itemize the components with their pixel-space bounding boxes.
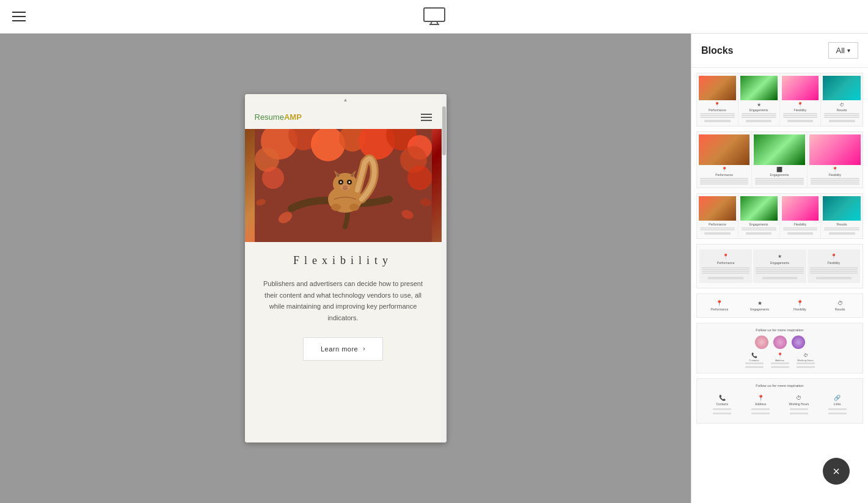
icon-label: Working Hours bbox=[789, 402, 809, 406]
contact-label: Working Hours bbox=[797, 359, 813, 362]
learn-more-label: Learn more bbox=[321, 345, 358, 353]
mobile-nav: ResumeAMP bbox=[245, 105, 442, 129]
scroll-top-indicator: ▲ bbox=[245, 94, 447, 105]
mobile-content: ResumeAMP bbox=[245, 105, 442, 442]
social-item bbox=[792, 336, 805, 349]
svg-point-15 bbox=[407, 166, 432, 190]
mobile-hamburger-menu[interactable] bbox=[421, 114, 432, 121]
location-icon: 📍 bbox=[757, 395, 764, 401]
social-circle-2 bbox=[773, 336, 787, 349]
thumb-cell: ⬛ Engagements bbox=[752, 132, 807, 188]
thumb-label: Performance bbox=[715, 173, 733, 177]
contact-label: Address bbox=[775, 359, 784, 362]
block-item[interactable]: 📍 Performance ★ Engagements 📍 Flexibilit… bbox=[696, 293, 863, 318]
thumb-label: Engagements bbox=[749, 222, 768, 226]
hamburger-menu[interactable] bbox=[12, 12, 26, 21]
icon-label: Address bbox=[755, 402, 766, 406]
block-item[interactable]: 📍 Performance ★ Engagements 📍 Flexibilit… bbox=[696, 244, 863, 288]
icon-label: Engagements bbox=[750, 307, 769, 311]
panel-title: Blocks bbox=[701, 45, 733, 56]
thumb-cell: Engagements bbox=[739, 194, 780, 238]
scroll-arrow-up-icon: ▲ bbox=[343, 97, 348, 103]
svg-point-24 bbox=[331, 204, 341, 211]
svg-point-21 bbox=[348, 182, 350, 183]
clock-icon: ⏱ bbox=[837, 300, 843, 306]
preview-area: ▲ ResumeAMP bbox=[0, 34, 691, 503]
svg-rect-0 bbox=[424, 8, 445, 21]
block-item[interactable]: Follow us for more inspiration 📞 Contact… bbox=[696, 378, 863, 424]
thumb-cell: 📍 Performance bbox=[697, 73, 739, 126]
icon-label: Results bbox=[835, 307, 845, 311]
svg-point-25 bbox=[349, 204, 359, 211]
social-circle-1 bbox=[755, 336, 768, 349]
social-item bbox=[773, 336, 787, 349]
thumb-label: Engagements bbox=[749, 108, 768, 112]
icon-only-cell: 📍 Address bbox=[742, 394, 780, 416]
mobile-heading: Flexibility bbox=[262, 254, 425, 267]
thumb-label: Flexibility bbox=[794, 108, 807, 112]
learn-more-button[interactable]: Learn more › bbox=[303, 337, 383, 361]
thumb-image bbox=[823, 196, 861, 221]
icon-only-cell: ⏱ Results bbox=[820, 299, 860, 312]
thumb-image bbox=[699, 134, 749, 165]
chevron-down-icon: ▾ bbox=[847, 47, 850, 54]
icon-only-cell: 📞 Contacts bbox=[703, 394, 742, 416]
location-icon: 📍 bbox=[721, 167, 728, 172]
block-item[interactable]: 📍 Performance ★ Engagements � bbox=[696, 73, 863, 127]
square-icon: ⬛ bbox=[776, 167, 782, 172]
icon-label: Contacts bbox=[717, 402, 729, 406]
location-icon: 📍 bbox=[723, 254, 729, 259]
icon-only-cell: ★ Engagements bbox=[740, 299, 780, 312]
thumb-image bbox=[754, 134, 804, 165]
clock-icon: ⏱ bbox=[796, 395, 801, 401]
icon-cell: ★ Engagements bbox=[753, 249, 806, 283]
block-item[interactable]: Follow us for more inspiration bbox=[696, 323, 863, 373]
contact-label: Contacts bbox=[749, 359, 759, 362]
filter-label: All bbox=[836, 46, 845, 55]
location-icon: 📍 bbox=[831, 254, 837, 259]
panel-header: Blocks All ▾ bbox=[691, 34, 868, 68]
thumb-cell: ★ Engagements bbox=[739, 73, 780, 126]
thumb-label: Flexibility bbox=[829, 173, 842, 177]
clock-icon: ⏱ bbox=[839, 102, 844, 108]
svg-point-23 bbox=[340, 183, 350, 191]
mobile-scrollbar[interactable] bbox=[442, 94, 447, 442]
location-icon: 📍 bbox=[777, 353, 783, 358]
thumb-image bbox=[699, 196, 736, 221]
thumb-label: Performance bbox=[709, 108, 726, 112]
location-icon: 📍 bbox=[797, 300, 803, 306]
contact-item: 📞 Contacts bbox=[745, 353, 764, 368]
icon-label: Flexibility bbox=[793, 307, 806, 311]
icon-only-cell: ⏱ Working Hours bbox=[780, 394, 819, 416]
star-icon: ★ bbox=[757, 300, 762, 306]
icon-cell: 📍 Performance bbox=[699, 249, 752, 283]
icon-label: Performance bbox=[711, 307, 729, 311]
block-item[interactable]: 📍 Performance ⬛ Engagements 📍 Flexibilit… bbox=[696, 131, 863, 188]
clock-icon: ⏱ bbox=[803, 353, 808, 358]
thumb-cell: Performance bbox=[697, 194, 739, 238]
thumb-cell: 📍 Flexibility bbox=[808, 132, 863, 188]
monitor-icon bbox=[423, 7, 445, 26]
star-icon: ★ bbox=[757, 102, 761, 108]
thumb-cell: ⏱ Results bbox=[821, 73, 863, 126]
right-panel: Blocks All ▾ 📍 Performance bbox=[691, 34, 868, 503]
link-icon: 🔗 bbox=[834, 395, 841, 401]
phone-icon: 📞 bbox=[751, 353, 757, 358]
thumb-label: Flexibility bbox=[828, 261, 841, 265]
phone-icon: 📞 bbox=[719, 395, 726, 401]
star-icon: ★ bbox=[778, 254, 782, 259]
location-icon: 📍 bbox=[832, 167, 838, 172]
location-icon: 📍 bbox=[797, 102, 803, 108]
close-button[interactable]: × bbox=[823, 458, 850, 485]
mobile-frame: ▲ ResumeAMP bbox=[245, 94, 447, 442]
thumb-label: Engagements bbox=[770, 261, 789, 265]
icon-cell: 📍 Flexibility bbox=[808, 249, 860, 283]
svg-point-20 bbox=[340, 182, 341, 183]
thumb-image bbox=[823, 76, 861, 100]
block-item[interactable]: Performance Engagements Flexibility bbox=[696, 193, 863, 239]
scrollbar-thumb bbox=[442, 106, 446, 155]
filter-dropdown[interactable]: All ▾ bbox=[828, 42, 858, 59]
top-bar bbox=[0, 0, 868, 34]
thumb-image bbox=[699, 76, 736, 100]
blocks-grid: 📍 Performance ★ Engagements � bbox=[691, 68, 868, 503]
